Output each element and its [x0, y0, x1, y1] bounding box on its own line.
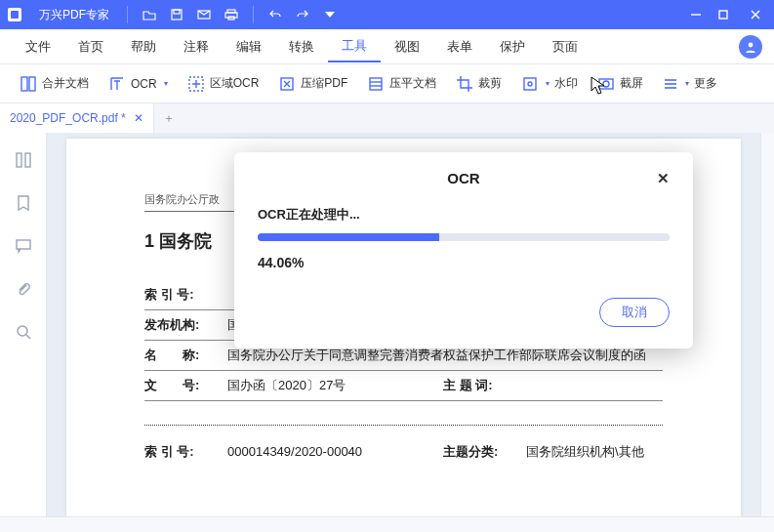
field-value: 国务院办公厅关于同意调整完善消费者权益保护工作部际联席会议制度的函 — [227, 347, 663, 364]
menu-protect[interactable]: 保护 — [486, 32, 539, 61]
svg-rect-14 — [29, 77, 35, 91]
redo-icon[interactable] — [289, 1, 316, 28]
tool-compress[interactable]: 压缩PDF — [268, 71, 357, 97]
horizontal-scrollbar[interactable] — [0, 516, 774, 532]
search-icon[interactable] — [14, 322, 33, 342]
tab-bar: 2020_PDF_OCR.pdf * ✕ ＋ — [0, 103, 774, 133]
field-label: 索 引 号: — [144, 443, 227, 461]
tool-flatten-label: 压平文档 — [389, 75, 436, 92]
svg-rect-3 — [174, 10, 180, 14]
cancel-button[interactable]: 取消 — [599, 298, 670, 327]
undo-icon[interactable] — [262, 1, 289, 28]
menu-pages[interactable]: 页面 — [539, 32, 591, 61]
attachment-icon[interactable] — [14, 279, 33, 299]
chevron-down-icon: ▾ — [685, 79, 689, 88]
thumbnails-icon[interactable] — [14, 150, 33, 170]
bookmark-icon[interactable] — [14, 193, 33, 213]
app-logo — [0, 0, 29, 29]
menu-help[interactable]: 帮助 — [117, 32, 170, 61]
tool-more-label: 更多 — [694, 75, 717, 92]
tool-zone-ocr[interactable]: 区域OCR — [178, 71, 269, 97]
save-icon[interactable] — [163, 1, 190, 28]
tool-merge[interactable]: 合并文档 — [10, 71, 99, 97]
dialog-close-icon[interactable]: ✕ — [657, 170, 670, 187]
field-label: 索 引 号: — [144, 286, 227, 304]
tool-overflow[interactable]: ▾ 更多 — [653, 71, 727, 96]
svg-rect-29 — [17, 240, 30, 249]
menu-convert[interactable]: 转换 — [275, 32, 328, 61]
tool-merge-label: 合并文档 — [42, 75, 89, 92]
field-value: 000014349/2020-00040 — [227, 444, 424, 459]
tool-crop[interactable]: 裁剪 — [446, 71, 511, 97]
separator — [127, 6, 128, 23]
menu-file[interactable]: 文件 — [12, 32, 64, 61]
tool-flatten[interactable]: 压平文档 — [357, 71, 446, 97]
tool-watermark-label: 水印 — [554, 75, 578, 92]
svg-point-21 — [528, 82, 532, 86]
chevron-down-icon: ▾ — [164, 79, 168, 88]
menu-home[interactable]: 首页 — [64, 32, 117, 61]
page-header-left: 国务院办公厅政 — [144, 192, 220, 207]
field-value: 国办函〔2020〕27号 — [227, 377, 424, 394]
svg-rect-1 — [11, 11, 19, 19]
quick-dropdown-icon[interactable] — [316, 1, 344, 28]
svg-point-30 — [18, 326, 27, 336]
maximize-icon[interactable] — [710, 1, 737, 28]
svg-point-23 — [603, 81, 609, 87]
close-window-icon[interactable] — [737, 1, 774, 28]
app-title: 万兴PDF专家 — [29, 7, 119, 23]
open-icon[interactable] — [136, 1, 163, 28]
tool-crop-label: 裁剪 — [478, 75, 502, 92]
progress-percent: 44.06% — [258, 255, 670, 270]
progress-fill — [258, 233, 439, 241]
dialog-title: OCR — [447, 170, 479, 186]
menu-forms[interactable]: 表单 — [433, 32, 486, 61]
menu-edit[interactable]: 编辑 — [223, 32, 275, 61]
menu-bar: 文件 首页 帮助 注释 编辑 转换 工具 视图 表单 保护 页面 — [0, 29, 774, 64]
comments-icon[interactable] — [14, 236, 33, 256]
svg-point-12 — [749, 42, 754, 47]
tool-watermark[interactable]: ▾ 水印 — [511, 71, 588, 97]
field-label: 主题分类: — [443, 443, 526, 461]
tab-label: 2020_PDF_OCR.pdf * — [10, 111, 126, 125]
tool-compress-label: 压缩PDF — [301, 75, 347, 92]
tool-screenshot-label: 截屏 — [620, 75, 643, 92]
svg-rect-17 — [370, 78, 382, 90]
field-label: 名 称: — [144, 347, 227, 364]
toolbar: 合并文档 OCR ▾ 区域OCR 压缩PDF 压平文档 裁剪 ▾ 水印 截屏 ▾… — [0, 64, 774, 103]
svg-rect-13 — [21, 77, 27, 91]
menu-view[interactable]: 视图 — [381, 32, 433, 61]
svg-line-31 — [26, 335, 30, 339]
tab-close-icon[interactable]: ✕ — [134, 111, 143, 125]
field-value: 国务院组织机构\其他 — [526, 443, 663, 461]
ocr-progress-dialog: OCR ✕ OCR正在处理中... 44.06% 取消 — [234, 152, 693, 348]
tool-ocr[interactable]: OCR ▾ — [99, 71, 178, 97]
svg-rect-20 — [524, 78, 536, 90]
dialog-status-text: OCR正在处理中... — [258, 206, 670, 224]
separator — [253, 6, 254, 23]
chevron-down-icon: ▾ — [546, 79, 550, 88]
menu-annotate[interactable]: 注释 — [170, 32, 223, 61]
minimize-icon[interactable] — [682, 1, 710, 28]
svg-rect-9 — [719, 11, 727, 19]
tool-zone-ocr-label: 区域OCR — [210, 75, 260, 92]
sidebar — [0, 133, 47, 516]
document-tab[interactable]: 2020_PDF_OCR.pdf * ✕ — [0, 103, 154, 133]
svg-rect-27 — [17, 153, 21, 167]
menu-tools[interactable]: 工具 — [328, 31, 381, 62]
field-label: 发布机构: — [144, 316, 227, 334]
tool-ocr-label: OCR — [131, 77, 157, 91]
title-bar: 万兴PDF专家 — [0, 0, 774, 29]
divider — [144, 425, 663, 426]
tool-screenshot[interactable]: 截屏 — [588, 71, 653, 97]
vertical-scrollbar[interactable] — [760, 133, 774, 516]
mail-icon[interactable] — [190, 1, 218, 28]
progress-bar — [258, 233, 670, 241]
field-label: 文 号: — [144, 377, 227, 394]
svg-rect-28 — [25, 153, 30, 167]
new-tab-button[interactable]: ＋ — [154, 103, 183, 133]
print-icon[interactable] — [218, 1, 245, 28]
user-avatar[interactable] — [739, 35, 762, 59]
field-label: 主 题 词: — [443, 377, 526, 394]
